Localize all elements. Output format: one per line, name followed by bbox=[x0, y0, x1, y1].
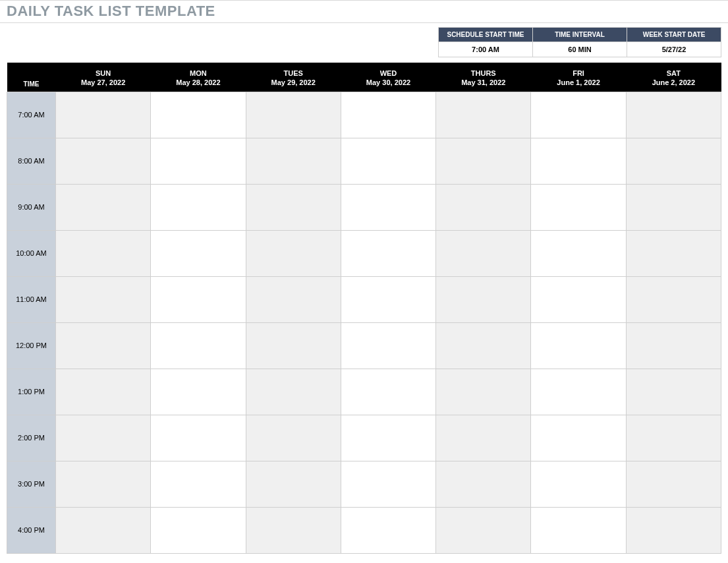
schedule-cell[interactable] bbox=[246, 415, 341, 461]
schedule-cell[interactable] bbox=[531, 230, 626, 276]
page: DAILY TASK LIST TEMPLATE SCHEDULE START … bbox=[0, 0, 728, 560]
schedule-cell[interactable] bbox=[151, 415, 246, 461]
schedule-cell[interactable] bbox=[626, 322, 721, 369]
day-header-sat: SAT June 2, 2022 bbox=[626, 63, 721, 92]
schedule-cell[interactable] bbox=[626, 507, 721, 553]
day-header-tue: TUES May 29, 2022 bbox=[246, 63, 341, 92]
schedule-cell[interactable] bbox=[56, 184, 151, 230]
time-cell: 8:00 AM bbox=[7, 138, 56, 184]
schedule-cell[interactable] bbox=[151, 92, 246, 138]
day-name: THURS bbox=[439, 69, 528, 78]
schedule-cell[interactable] bbox=[531, 276, 626, 322]
schedule-body: 7:00 AM8:00 AM9:00 AM10:00 AM11:00 AM12:… bbox=[7, 92, 721, 553]
schedule-row: 3:00 PM bbox=[7, 461, 721, 507]
settings-header-week-start: WEEK START DATE bbox=[627, 28, 721, 42]
schedule-cell[interactable] bbox=[341, 461, 435, 507]
schedule-row: 4:00 PM bbox=[7, 507, 721, 553]
settings-value-week-start[interactable]: 5/27/22 bbox=[627, 42, 721, 57]
schedule-cell[interactable] bbox=[151, 461, 246, 507]
settings-table: SCHEDULE START TIME TIME INTERVAL WEEK S… bbox=[438, 27, 721, 57]
schedule-cell[interactable] bbox=[531, 507, 626, 553]
schedule-cell[interactable] bbox=[626, 230, 721, 276]
schedule-cell[interactable] bbox=[626, 92, 721, 138]
schedule-cell[interactable] bbox=[436, 507, 531, 553]
schedule-table: TIME SUN May 27, 2022 MON May 28, 2022 T… bbox=[7, 63, 721, 554]
day-date: May 29, 2022 bbox=[248, 78, 338, 87]
schedule-cell[interactable] bbox=[56, 276, 151, 322]
schedule-cell[interactable] bbox=[151, 322, 246, 369]
schedule-cell[interactable] bbox=[246, 230, 341, 276]
schedule-cell[interactable] bbox=[436, 276, 531, 322]
day-date: May 27, 2022 bbox=[59, 78, 148, 87]
day-date: June 2, 2022 bbox=[629, 78, 718, 87]
schedule-cell[interactable] bbox=[246, 322, 341, 369]
settings-value-interval[interactable]: 60 MIN bbox=[533, 42, 627, 57]
schedule-cell[interactable] bbox=[246, 184, 341, 230]
schedule-cell[interactable] bbox=[341, 230, 435, 276]
schedule-cell[interactable] bbox=[626, 138, 721, 184]
schedule-cell[interactable] bbox=[341, 369, 435, 415]
schedule-cell[interactable] bbox=[531, 415, 626, 461]
schedule-row: 9:00 AM bbox=[7, 184, 721, 230]
schedule-cell[interactable] bbox=[341, 415, 435, 461]
schedule-cell[interactable] bbox=[341, 92, 435, 138]
schedule-cell[interactable] bbox=[56, 461, 151, 507]
schedule-cell[interactable] bbox=[436, 461, 531, 507]
day-name: TUES bbox=[248, 69, 338, 78]
schedule-cell[interactable] bbox=[56, 415, 151, 461]
time-column-header: TIME bbox=[7, 63, 56, 92]
schedule-cell[interactable] bbox=[531, 461, 626, 507]
schedule-cell[interactable] bbox=[531, 92, 626, 138]
schedule-cell[interactable] bbox=[56, 138, 151, 184]
schedule-cell[interactable] bbox=[246, 507, 341, 553]
schedule-cell[interactable] bbox=[436, 184, 531, 230]
schedule-cell[interactable] bbox=[436, 92, 531, 138]
schedule-cell[interactable] bbox=[531, 322, 626, 369]
schedule-row: 8:00 AM bbox=[7, 138, 721, 184]
schedule-cell[interactable] bbox=[56, 92, 151, 138]
schedule-cell[interactable] bbox=[151, 276, 246, 322]
schedule-cell[interactable] bbox=[246, 92, 341, 138]
schedule-cell[interactable] bbox=[151, 230, 246, 276]
schedule-cell[interactable] bbox=[531, 369, 626, 415]
settings-value-start-time[interactable]: 7:00 AM bbox=[439, 42, 533, 57]
schedule-cell[interactable] bbox=[436, 415, 531, 461]
schedule-cell[interactable] bbox=[436, 230, 531, 276]
schedule-grid-wrap: TIME SUN May 27, 2022 MON May 28, 2022 T… bbox=[0, 61, 728, 560]
schedule-cell[interactable] bbox=[151, 507, 246, 553]
schedule-cell[interactable] bbox=[436, 322, 531, 369]
schedule-cell[interactable] bbox=[246, 369, 341, 415]
schedule-cell[interactable] bbox=[341, 184, 435, 230]
time-cell: 4:00 PM bbox=[7, 507, 56, 553]
schedule-cell[interactable] bbox=[436, 369, 531, 415]
schedule-cell[interactable] bbox=[151, 369, 246, 415]
schedule-cell[interactable] bbox=[341, 322, 435, 369]
schedule-cell[interactable] bbox=[626, 369, 721, 415]
time-cell: 11:00 AM bbox=[7, 276, 56, 322]
schedule-row: 12:00 PM bbox=[7, 322, 721, 369]
schedule-cell[interactable] bbox=[341, 276, 435, 322]
schedule-cell[interactable] bbox=[341, 138, 435, 184]
schedule-cell[interactable] bbox=[56, 369, 151, 415]
schedule-cell[interactable] bbox=[151, 138, 246, 184]
schedule-cell[interactable] bbox=[626, 461, 721, 507]
schedule-cell[interactable] bbox=[246, 138, 341, 184]
schedule-header-row: TIME SUN May 27, 2022 MON May 28, 2022 T… bbox=[7, 63, 721, 92]
schedule-cell[interactable] bbox=[626, 415, 721, 461]
schedule-cell[interactable] bbox=[246, 461, 341, 507]
schedule-cell[interactable] bbox=[56, 322, 151, 369]
schedule-cell[interactable] bbox=[531, 138, 626, 184]
schedule-cell[interactable] bbox=[626, 184, 721, 230]
schedule-cell[interactable] bbox=[341, 507, 435, 553]
day-header-fri: FRI June 1, 2022 bbox=[531, 63, 626, 92]
schedule-cell[interactable] bbox=[626, 276, 721, 322]
schedule-cell[interactable] bbox=[151, 184, 246, 230]
day-name: WED bbox=[343, 69, 433, 78]
schedule-cell[interactable] bbox=[246, 276, 341, 322]
schedule-cell[interactable] bbox=[436, 138, 531, 184]
schedule-cell[interactable] bbox=[56, 230, 151, 276]
day-date: May 30, 2022 bbox=[343, 78, 433, 87]
day-date: May 31, 2022 bbox=[439, 78, 528, 87]
schedule-cell[interactable] bbox=[56, 507, 151, 553]
schedule-cell[interactable] bbox=[531, 184, 626, 230]
